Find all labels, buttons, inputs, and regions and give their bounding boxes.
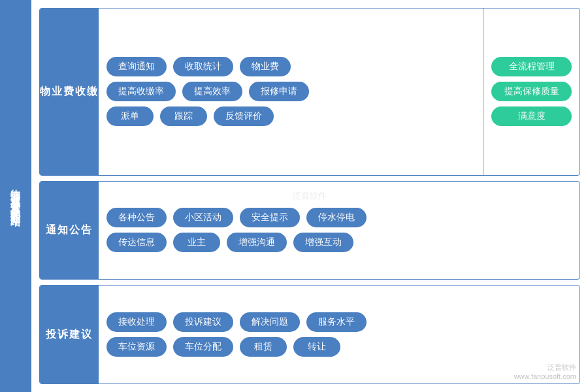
fee-row-1: 查询通知 收取统计 物业费 xyxy=(106,57,475,76)
sidebar-title: 物业行业客服管理系统的功能介绍 xyxy=(9,182,23,211)
btn-转让[interactable]: 转让 xyxy=(293,337,340,357)
btn-反馈评价[interactable]: 反馈评价 xyxy=(214,106,274,126)
left-sidebar: 物业行业客服管理系统的功能介绍 xyxy=(0,0,31,392)
btn-接收处理[interactable]: 接收处理 xyxy=(106,312,167,332)
complaint-row-2: 车位资源 车位分配 租赁 转让 xyxy=(106,337,572,357)
notice-row-1: 各种公告 小区活动 安全提示 停水停电 xyxy=(106,208,572,227)
complaint-body: 接收处理 投诉建议 解决问题 服务水平 车位资源 车位分配 租赁 转让 xyxy=(99,286,580,384)
complaint-row-1: 接收处理 投诉建议 解决问题 服务水平 xyxy=(106,312,572,332)
btn-跟踪[interactable]: 跟踪 xyxy=(160,106,207,126)
btn-增强互动[interactable]: 增强互动 xyxy=(293,233,353,252)
btn-租赁[interactable]: 租赁 xyxy=(240,337,287,357)
section-label-complaint: 投诉建议 xyxy=(40,286,99,384)
btn-报修申请[interactable]: 报修申请 xyxy=(249,82,309,101)
btn-提高保修质量[interactable]: 提高保修质量 xyxy=(491,82,572,101)
section-label-fee: 物业费收缴 xyxy=(40,8,99,175)
btn-解决问题[interactable]: 解决问题 xyxy=(240,312,300,332)
btn-查询通知[interactable]: 查询通知 xyxy=(106,57,167,76)
section-complaint: 投诉建议 接收处理 投诉建议 解决问题 服务水平 车位资源 车位分配 租赁 转让 xyxy=(39,285,580,384)
btn-收取统计[interactable]: 收取统计 xyxy=(173,57,233,76)
btn-满意度[interactable]: 满意度 xyxy=(491,106,572,126)
fee-body: 查询通知 收取统计 物业费 提高收缴率 提高效率 报修申请 派单 跟踪 反馈评价… xyxy=(99,8,580,175)
section-notice: 通知公告 各种公告 小区活动 安全提示 停水停电 传达信息 业主 增强沟通 增强… xyxy=(39,181,580,280)
btn-小区活动[interactable]: 小区活动 xyxy=(173,208,233,227)
section-label-notice: 通知公告 xyxy=(40,182,99,280)
btn-车位资源[interactable]: 车位资源 xyxy=(106,337,167,357)
btn-业主[interactable]: 业主 xyxy=(173,233,220,252)
btn-传达信息[interactable]: 传达信息 xyxy=(106,233,167,252)
watermark-bottom: 泛普软件 www.fanpusoft.com xyxy=(514,363,576,380)
fee-row-2: 提高收缴率 提高效率 报修申请 xyxy=(106,82,475,101)
fee-left: 查询通知 收取统计 物业费 提高收缴率 提高效率 报修申请 派单 跟踪 反馈评价 xyxy=(99,8,483,175)
btn-派单[interactable]: 派单 xyxy=(106,106,154,126)
btn-提高收缴率[interactable]: 提高收缴率 xyxy=(106,82,176,101)
btn-车位分配[interactable]: 车位分配 xyxy=(173,337,233,357)
btn-投诉建议[interactable]: 投诉建议 xyxy=(173,312,233,332)
btn-物业费[interactable]: 物业费 xyxy=(240,57,291,76)
btn-服务水平[interactable]: 服务水平 xyxy=(306,312,367,332)
btn-全流程管理[interactable]: 全流程管理 xyxy=(491,57,572,76)
btn-增强沟通[interactable]: 增强沟通 xyxy=(227,233,287,252)
watermark-url: www.fanpusoft.com xyxy=(514,372,576,380)
notice-body: 各种公告 小区活动 安全提示 停水停电 传达信息 业主 增强沟通 增强互动 xyxy=(99,182,580,280)
btn-提高效率[interactable]: 提高效率 xyxy=(182,82,242,101)
btn-停水停电[interactable]: 停水停电 xyxy=(306,208,367,227)
main-content: 物业费收缴 查询通知 收取统计 物业费 提高收缴率 提高效率 报修申请 派单 跟… xyxy=(31,0,588,392)
btn-安全提示[interactable]: 安全提示 xyxy=(240,208,300,227)
section-fee: 物业费收缴 查询通知 收取统计 物业费 提高收缴率 提高效率 报修申请 派单 跟… xyxy=(39,8,580,176)
fee-row-3: 派单 跟踪 反馈评价 xyxy=(106,106,475,126)
btn-各种公告[interactable]: 各种公告 xyxy=(106,208,167,227)
watermark-brand: 泛普软件 xyxy=(514,363,576,372)
fee-right: 全流程管理 提高保修质量 满意度 xyxy=(483,8,580,175)
notice-row-2: 传达信息 业主 增强沟通 增强互动 xyxy=(106,233,572,252)
